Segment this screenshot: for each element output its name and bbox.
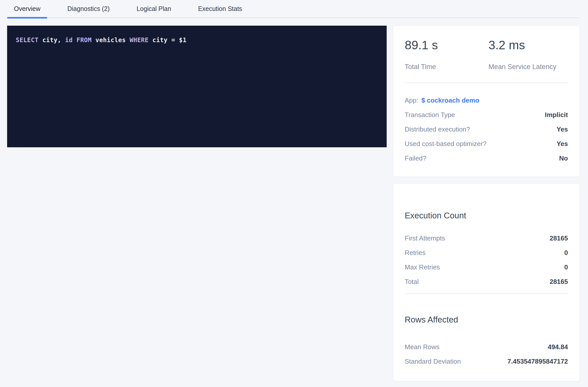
row-label: Mean Rows	[405, 343, 439, 351]
sql-text	[73, 37, 76, 44]
tab-execution-stats[interactable]: Execution Stats	[191, 0, 249, 18]
rows-affected-heading: Rows Affected	[405, 314, 568, 325]
row-value: 494.84	[548, 343, 568, 351]
row-max-retries: Max Retries 0	[405, 260, 568, 275]
summary-card: 89.1 s Total Time 3.2 ms Mean Service La…	[393, 26, 580, 177]
rows-affected-rows: Mean Rows 494.84 Standard Deviation 7.45…	[405, 340, 568, 369]
row-label: Distributed execution?	[405, 125, 470, 133]
sql-keyword: WHERE	[130, 37, 149, 44]
summary-divider	[405, 83, 568, 83]
counts-divider	[405, 294, 568, 294]
summary-stats-row: 89.1 s Total Time 3.2 ms Mean Service La…	[405, 26, 568, 71]
app-link[interactable]: $ cockroach demo	[421, 96, 479, 104]
tab-execution-stats-label: Execution Stats	[198, 5, 242, 12]
execution-count-rows: First Attempts 28165 Retries 0 Max Retri…	[405, 231, 568, 289]
execution-stats-card: Execution Count First Attempts 28165 Ret…	[393, 184, 580, 381]
summary-details: App: $ cockroach demo Transaction Type I…	[405, 93, 568, 166]
mean-service-latency-label: Mean Service Latency	[488, 62, 556, 71]
row-label: First Attempts	[405, 234, 445, 242]
row-label: Retries	[405, 249, 426, 257]
detail-row-transaction-type: Transaction Type Implicit	[405, 108, 568, 122]
row-label: Transaction Type	[405, 111, 455, 119]
row-value: 0	[564, 263, 568, 271]
row-value: 28165	[550, 278, 568, 286]
row-value: Yes	[557, 125, 568, 133]
row-label: Standard Deviation	[405, 358, 461, 365]
tab-logical-plan[interactable]: Logical Plan	[130, 0, 178, 18]
detail-row-cost-based-optimizer: Used cost-based optimizer? Yes	[405, 137, 568, 151]
row-label: Used cost-based optimizer?	[405, 140, 486, 148]
detail-row-distributed-execution: Distributed execution? Yes	[405, 122, 568, 137]
row-value: 7.453547895847172	[507, 358, 568, 365]
sql-text: city = $1	[149, 37, 187, 44]
total-time-value: 89.1 s	[405, 38, 488, 52]
row-value: 28165	[550, 234, 568, 242]
sql-keyword: SELECT	[16, 37, 39, 44]
detail-row-failed: Failed? No	[405, 151, 568, 166]
statement-summary-column: 89.1 s Total Time 3.2 ms Mean Service La…	[393, 26, 580, 381]
sql-text: city,	[39, 37, 65, 44]
row-standard-deviation: Standard Deviation 7.453547895847172	[405, 354, 568, 369]
sql-statement-box: SELECT city, id FROM vehicles WHERE city…	[7, 26, 387, 147]
row-label: Max Retries	[405, 263, 440, 271]
row-value: Implicit	[545, 111, 568, 119]
tab-diagnostics-label: Diagnostics (2)	[67, 5, 110, 12]
row-value: 0	[564, 249, 568, 257]
row-total: Total 28165	[405, 275, 568, 289]
total-time-label: Total Time	[405, 62, 488, 71]
row-value: Yes	[557, 140, 568, 148]
tab-overview[interactable]: Overview	[7, 0, 47, 18]
tab-overview-label: Overview	[14, 5, 40, 12]
tab-bar: Overview Diagnostics (2) Logical Plan Ex…	[7, 0, 580, 18]
row-mean-rows: Mean Rows 494.84	[405, 340, 568, 354]
tab-diagnostics[interactable]: Diagnostics (2)	[60, 0, 117, 18]
row-label: Failed?	[405, 154, 426, 162]
tab-logical-plan-label: Logical Plan	[137, 5, 171, 12]
sql-keyword: id	[65, 37, 73, 44]
app-label: App:	[405, 96, 418, 104]
row-value: No	[559, 154, 568, 162]
mean-service-latency-value: 3.2 ms	[488, 38, 556, 52]
app-row: App: $ cockroach demo	[405, 93, 568, 108]
row-first-attempts: First Attempts 28165	[405, 231, 568, 246]
stat-mean-service-latency: 3.2 ms Mean Service Latency	[488, 38, 556, 71]
sql-keyword: FROM	[76, 37, 92, 44]
sql-text: vehicles	[92, 37, 130, 44]
sql-statement-text: SELECT city, id FROM vehicles WHERE city…	[16, 37, 187, 44]
execution-count-heading: Execution Count	[405, 210, 568, 221]
row-retries: Retries 0	[405, 246, 568, 260]
stat-total-time: 89.1 s Total Time	[405, 38, 488, 71]
row-label: Total	[405, 278, 419, 286]
